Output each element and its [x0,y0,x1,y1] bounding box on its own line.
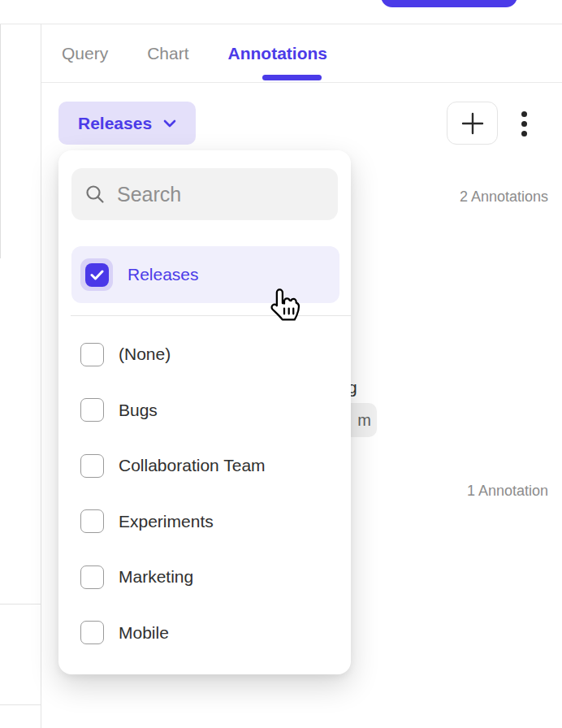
tab-annotations[interactable]: Annotations [228,44,327,63]
search-box [71,168,338,220]
search-input[interactable] [117,183,325,206]
option-row-none[interactable]: (None) [58,327,351,383]
checkmark-icon [90,270,104,280]
primary-action-button-partial[interactable] [381,0,517,7]
more-options-button[interactable] [513,103,534,144]
option-row-mobile[interactable]: Mobile [58,605,351,661]
option-row-experiments[interactable]: Experiments [58,494,351,550]
annotation-group-count: 1 Annotation [467,483,548,500]
annotation-group-count: 2 Annotations [460,188,548,206]
checkbox-unchecked[interactable] [80,454,104,478]
checkbox-checked[interactable] [85,263,109,287]
chevron-down-icon [163,119,176,128]
left-rail-border [41,24,41,728]
option-label: Experiments [119,512,214,531]
annotation-type-dropdown-panel: Releases (None) Bugs Collaboration Team … [58,150,351,674]
kebab-icon [521,111,527,117]
plus-icon [460,111,485,136]
option-label: Mobile [119,623,169,643]
search-icon [84,184,106,205]
left-rail-row-divider [0,704,41,705]
releases-filter-dropdown-button[interactable]: Releases [58,102,196,145]
option-label: Collaboration Team [119,456,266,475]
option-row-releases[interactable]: Releases [71,246,339,303]
option-label: (None) [119,344,171,364]
checkbox-unchecked[interactable] [80,509,104,533]
option-label: Releases [128,265,199,284]
dropdown-divider [71,315,351,316]
checkbox-unchecked[interactable] [80,621,104,644]
left-edge-line [0,24,1,258]
add-annotation-button[interactable] [447,102,498,145]
option-row-bugs[interactable]: Bugs [58,383,351,439]
checkbox-unchecked[interactable] [80,566,104,589]
left-rail-row-divider [0,604,41,604]
checkbox-unchecked[interactable] [80,398,104,422]
tab-query[interactable]: Query [62,44,108,63]
obscured-tag-fragment: m [357,411,371,430]
tab-chart[interactable]: Chart [147,44,188,63]
checkbox-focus-halo [80,258,113,291]
active-tab-underline [262,75,322,80]
option-list: (None) Bugs Collaboration Team Experimen… [58,327,351,661]
option-label: Marketing [119,567,193,587]
option-label: Bugs [119,401,158,420]
checkbox-unchecked[interactable] [80,343,104,366]
filter-button-label: Releases [78,114,152,133]
option-row-marketing[interactable]: Marketing [58,549,351,605]
option-row-collaboration-team[interactable]: Collaboration Team [58,438,351,494]
